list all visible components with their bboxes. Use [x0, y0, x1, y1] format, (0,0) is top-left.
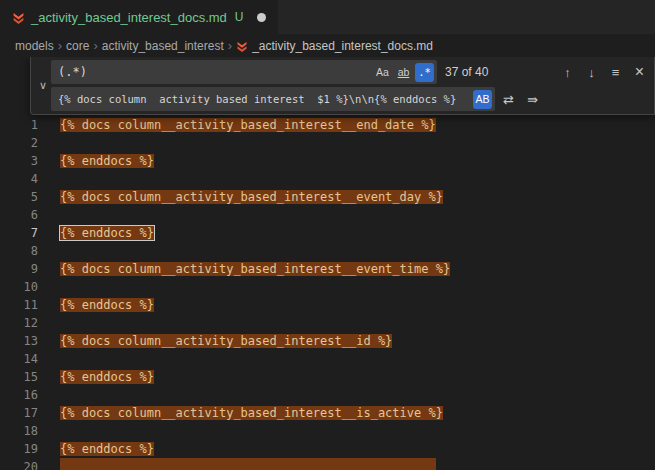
replace-all-icon: ⇛	[527, 92, 538, 107]
find-match: {% enddocs %}	[60, 298, 154, 312]
line-number[interactable]: 1	[0, 116, 38, 134]
regex-button[interactable]: .*	[415, 63, 434, 82]
code-line[interactable]: 7{% enddocs %}	[0, 224, 655, 242]
replace-input[interactable]: {% docs column__activity_based_interest_…	[51, 87, 495, 111]
tab-title: _activity_based_interest_docs.md	[31, 10, 227, 25]
breadcrumb-item[interactable]: core	[66, 39, 89, 53]
editor-tab[interactable]: _activity_based_interest_docs.md U	[0, 0, 278, 34]
breadcrumb-separator: ›	[228, 38, 232, 53]
code-line[interactable]: 8	[0, 242, 655, 260]
code-line[interactable]: 3{% enddocs %}	[0, 152, 655, 170]
find-next-button[interactable]: ↓	[581, 62, 602, 83]
whole-word-button[interactable]: ab	[394, 63, 413, 82]
line-number[interactable]: 5	[0, 188, 38, 206]
line-number[interactable]: 16	[0, 386, 38, 404]
line-number[interactable]: 8	[0, 242, 38, 260]
code-line[interactable]: 11{% enddocs %}	[0, 296, 655, 314]
line-number[interactable]: 11	[0, 296, 38, 314]
code-lines: 1{% docs column__activity_based_interest…	[0, 57, 655, 470]
close-icon: ×	[635, 63, 644, 81]
line-number[interactable]: 12	[0, 314, 38, 332]
line-number[interactable]: 13	[0, 332, 38, 350]
line-number[interactable]: 20	[0, 458, 38, 470]
find-match: {% docs column__activity_based_interest_…	[60, 334, 392, 348]
find-results-count: 37 of 40	[445, 65, 488, 79]
code-line[interactable]: 10	[0, 278, 655, 296]
code-line[interactable]: 12	[0, 314, 655, 332]
code-line[interactable]: 13{% docs column__activity_based_interes…	[0, 332, 655, 350]
find-match: {% enddocs %}	[60, 370, 154, 384]
code-line[interactable]: 4	[0, 170, 655, 188]
line-number[interactable]: 2	[0, 134, 38, 152]
whole-word-icon: ab	[398, 66, 410, 78]
replace-row: {% docs column__activity_based_interest_…	[51, 87, 650, 111]
replace-all-button[interactable]: ⇛	[522, 89, 543, 110]
arrow-down-icon: ↓	[588, 65, 595, 80]
vscode-window: _activity_based_interest_docs.md U model…	[0, 0, 655, 470]
modified-indicator[interactable]	[257, 13, 266, 22]
line-number[interactable]: 10	[0, 278, 38, 296]
breadcrumb-separator: ›	[58, 38, 62, 53]
tab-bar: _activity_based_interest_docs.md U	[0, 0, 655, 34]
find-in-selection-button[interactable]: ≡	[605, 62, 626, 83]
line-number[interactable]: 4	[0, 170, 38, 188]
code-line[interactable]: 6	[0, 206, 655, 224]
find-row: (.*) Aa ab .* 37 of 40 ↑ ↓ ≡ ×	[51, 60, 650, 84]
find-match	[60, 458, 436, 470]
code-line[interactable]: 18	[0, 422, 655, 440]
code-line[interactable]: 17{% docs column__activity_based_interes…	[0, 404, 655, 422]
close-find-button[interactable]: ×	[629, 62, 650, 83]
line-number[interactable]: 3	[0, 152, 38, 170]
current-find-match: {% enddocs %}	[60, 226, 154, 240]
line-number[interactable]: 7	[0, 224, 38, 242]
code-line[interactable]: 15{% enddocs %}	[0, 368, 655, 386]
find-query: (.*)	[58, 65, 371, 79]
breadcrumb-item[interactable]: _activity_based_interest_docs.md	[236, 39, 433, 53]
editor: 1{% docs column__activity_based_interest…	[0, 57, 655, 470]
code-line[interactable]: 14	[0, 350, 655, 368]
code-line[interactable]: 19{% enddocs %}	[0, 440, 655, 458]
code-line[interactable]: 16	[0, 386, 655, 404]
find-input[interactable]: (.*) Aa ab .*	[51, 60, 437, 84]
toggle-replace-button[interactable]: ∨	[35, 60, 51, 111]
find-match: {% docs column__activity_based_interest_…	[60, 190, 443, 204]
find-match: {% enddocs %}	[60, 442, 154, 456]
line-number[interactable]: 6	[0, 206, 38, 224]
code-line[interactable]: 1{% docs column__activity_based_interest…	[0, 116, 655, 134]
selection-lines-icon: ≡	[612, 65, 620, 80]
replace-value: {% docs column__activity_based_interest_…	[58, 93, 471, 105]
breadcrumb-separator: ›	[93, 38, 97, 53]
replace-icon: ⇄	[503, 92, 514, 107]
find-widget: ∨ (.*) Aa ab .* 37 of 40 ↑ ↓ ≡ ×	[30, 57, 655, 115]
find-match: {% docs column__activity_based_interest_…	[60, 262, 450, 276]
git-status-badge: U	[235, 10, 244, 24]
preserve-case-button[interactable]: AB	[473, 90, 492, 109]
line-number[interactable]: 18	[0, 422, 38, 440]
line-number[interactable]: 17	[0, 404, 38, 422]
code-line[interactable]: 5{% docs column__activity_based_interest…	[0, 188, 655, 206]
line-number[interactable]: 19	[0, 440, 38, 458]
line-number[interactable]: 14	[0, 350, 38, 368]
replace-button[interactable]: ⇄	[498, 89, 519, 110]
code-line[interactable]: 9{% docs column__activity_based_interest…	[0, 260, 655, 278]
find-previous-button[interactable]: ↑	[557, 62, 578, 83]
line-number[interactable]: 15	[0, 368, 38, 386]
find-match: {% docs column__activity_based_interest_…	[60, 406, 443, 420]
chevron-down-icon: ∨	[39, 79, 47, 92]
arrow-up-icon: ↑	[564, 65, 571, 80]
line-number[interactable]: 9	[0, 260, 38, 278]
code-line[interactable]: 2	[0, 134, 655, 152]
find-match: {% enddocs %}	[60, 154, 154, 168]
dbt-file-icon	[12, 11, 25, 24]
dbt-file-icon	[236, 40, 248, 52]
breadcrumb-item[interactable]: models	[15, 39, 54, 53]
code-line[interactable]: 20	[0, 458, 655, 470]
match-case-button[interactable]: Aa	[373, 63, 392, 82]
find-match: {% docs column__activity_based_interest_…	[60, 118, 436, 132]
breadcrumb: models›core›activity_based_interest›_act…	[0, 34, 655, 57]
breadcrumb-item[interactable]: activity_based_interest	[102, 39, 224, 53]
